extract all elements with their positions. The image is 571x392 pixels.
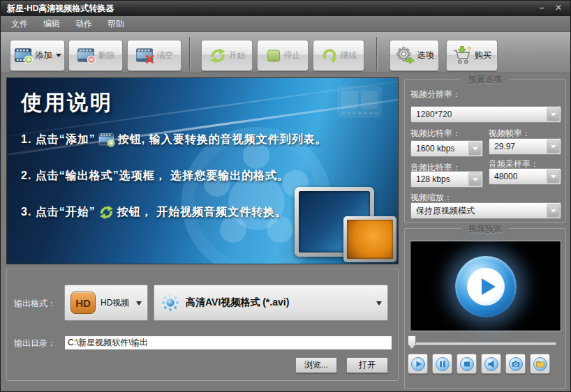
- output-format-label: 输出格式：: [14, 298, 56, 310]
- options-label: 选项: [417, 50, 434, 61]
- seek-slider-thumb[interactable]: [408, 336, 416, 349]
- delete-button[interactable]: 删除: [68, 40, 123, 71]
- menu-action[interactable]: 动作: [68, 16, 100, 32]
- dropdown-button[interactable]: [547, 140, 560, 153]
- filmstrip-watermark: [336, 85, 383, 119]
- output-dir-label: 输出目录：: [14, 338, 56, 349]
- format-category-select[interactable]: HD HD视频: [64, 285, 148, 321]
- seek-slider-track[interactable]: [411, 342, 556, 345]
- buy-label: 购买: [475, 50, 491, 61]
- chevron-down-icon: [551, 145, 556, 149]
- play-button[interactable]: [408, 354, 428, 374]
- stop-playback-button[interactable]: [457, 354, 477, 374]
- sample-rate-select[interactable]: 48000: [489, 168, 561, 185]
- add-dropdown-caret: [56, 54, 61, 57]
- titlebar: 新星-HD高清视频格式转换器 – ✕: [1, 1, 570, 16]
- hd-badge-icon: HD: [71, 292, 96, 314]
- film-add-icon: [14, 47, 34, 64]
- minimize-button[interactable]: –: [534, 1, 549, 16]
- instruction-panel: 使用说明 1. 点击“添加” 按钮, 输入要转换的音视频文件到列表。 2. 点击…: [6, 77, 399, 264]
- preset-options-header: 预置选项: [461, 74, 509, 86]
- chevron-down-icon: [551, 113, 556, 116]
- video-scale-select[interactable]: 保持原视频模式: [410, 202, 561, 219]
- instruction-line-1: 1. 点击“添加” 按钮, 输入要转换的音视频文件到列表。: [21, 133, 327, 147]
- reel-hole: [220, 216, 246, 243]
- app-window: 新星-HD高清视频格式转换器 – ✕ 文件 编辑 动作 帮助 添加: [0, 0, 571, 392]
- dropdown-button[interactable]: [547, 169, 560, 183]
- output-dir-input[interactable]: [64, 336, 392, 350]
- video-preview-group: 视频预览: [404, 228, 566, 389]
- stop-button[interactable]: 停止: [257, 40, 309, 71]
- toolbar-separator-2: [376, 37, 377, 71]
- player-logo: [455, 256, 517, 317]
- audio-bitrate-select[interactable]: 128 kbps: [410, 171, 483, 188]
- chevron-down-icon: [473, 178, 478, 181]
- delete-label: 删除: [98, 50, 115, 61]
- resume-icon: [320, 47, 339, 64]
- stop-icon: [459, 356, 475, 372]
- start-label: 开始: [229, 50, 246, 61]
- chevron-down-icon: [473, 147, 478, 151]
- resolution-label: 视频分辨率：: [410, 89, 461, 100]
- browse-button[interactable]: 浏览...: [295, 357, 337, 373]
- stop-label: 停止: [284, 50, 301, 61]
- menubar: 文件 编辑 动作 帮助: [1, 16, 570, 32]
- toolbar: 添加 删除 清空: [1, 32, 570, 73]
- chevron-down-icon: [376, 301, 382, 306]
- resume-label: 继续: [341, 50, 357, 61]
- dropdown-button[interactable]: [547, 107, 560, 121]
- toolbar-separator-1: [189, 37, 190, 71]
- speaker-icon: [484, 356, 499, 372]
- dropdown-button[interactable]: [547, 204, 560, 218]
- film-delete-icon: [77, 47, 96, 64]
- instruction-line-2: 2. 点击“输出格式”选项框， 选择您要输出的格式。: [21, 169, 289, 183]
- chevron-down-icon: [551, 209, 556, 213]
- menu-edit[interactable]: 编辑: [36, 16, 68, 32]
- dropdown-button[interactable]: [468, 172, 482, 186]
- output-format-select[interactable]: 高清AVI视频格式 (*.avi): [154, 285, 388, 321]
- start-button[interactable]: 开始: [201, 40, 253, 71]
- preset-options-group: 预置选项 视频分辨率： 1280*720 视频比特率： 视频帧率： 1600 k…: [404, 79, 566, 223]
- cart-icon: [452, 46, 473, 65]
- pause-button[interactable]: [432, 354, 452, 374]
- camera-icon: [508, 356, 524, 372]
- reel-hole: [267, 216, 293, 243]
- chevron-down-icon: [136, 301, 142, 306]
- video-preview-header: 视频预览: [461, 223, 509, 235]
- volume-button[interactable]: [481, 354, 501, 374]
- video-preview-screen: [410, 241, 561, 331]
- pause-icon: [435, 356, 450, 372]
- film-clear-icon: [135, 47, 155, 64]
- add-label: 添加: [36, 50, 52, 61]
- monitors-graphic: [290, 179, 395, 262]
- add-button[interactable]: 添加: [10, 40, 65, 71]
- format-starburst-icon: [160, 292, 181, 313]
- instruction-title: 使用说明: [21, 89, 113, 117]
- output-settings-group: 输出格式： HD HD视频 高清AVI视频格式 (*.avi) 输出目录： 浏览…: [6, 269, 399, 381]
- monitor-orange-screen: [347, 220, 393, 259]
- player-logo-disc: [467, 268, 505, 306]
- open-button[interactable]: 打开: [346, 357, 388, 373]
- clear-button[interactable]: 清空: [127, 40, 181, 71]
- snapshot-button[interactable]: [505, 354, 526, 374]
- folder-icon: [533, 356, 548, 372]
- dropdown-button[interactable]: [468, 142, 482, 156]
- clear-label: 清空: [157, 50, 174, 61]
- chevron-down-icon: [551, 175, 556, 179]
- play-icon: [482, 278, 496, 295]
- framerate-select[interactable]: 29.97: [489, 138, 561, 155]
- buy-button[interactable]: 购买: [446, 40, 498, 71]
- stop-icon: [265, 48, 282, 63]
- monitor-orange: [343, 216, 396, 262]
- menu-file[interactable]: 文件: [3, 16, 36, 32]
- start-icon: [98, 205, 114, 220]
- menu-help[interactable]: 帮助: [100, 16, 132, 32]
- video-bitrate-select[interactable]: 1600 kbps: [410, 140, 483, 157]
- resume-button[interactable]: 继续: [313, 40, 364, 71]
- resolution-select[interactable]: 1280*720: [410, 106, 561, 123]
- gear-icon: [395, 46, 415, 65]
- start-icon: [209, 47, 227, 64]
- options-button[interactable]: 选项: [390, 40, 439, 71]
- open-folder-button[interactable]: [530, 354, 550, 374]
- close-button[interactable]: ✕: [551, 1, 566, 16]
